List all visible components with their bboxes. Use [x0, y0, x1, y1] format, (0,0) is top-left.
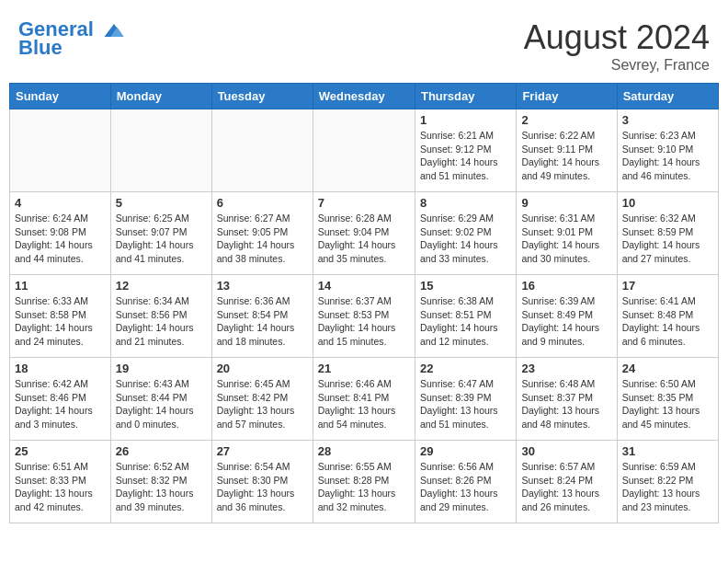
calendar-cell: 18Sunrise: 6:42 AM Sunset: 8:46 PM Dayli…: [10, 358, 111, 441]
day-info: Sunrise: 6:38 AM Sunset: 8:51 PM Dayligh…: [420, 294, 511, 349]
day-info: Sunrise: 6:42 AM Sunset: 8:46 PM Dayligh…: [15, 377, 106, 431]
day-number: 3: [622, 113, 713, 127]
calendar-cell: [211, 109, 313, 192]
calendar-cell: [10, 109, 111, 192]
day-info: Sunrise: 6:56 AM Sunset: 8:26 PM Dayligh…: [420, 460, 511, 514]
calendar-cell: 9Sunrise: 6:31 AM Sunset: 9:01 PM Daylig…: [517, 192, 617, 275]
day-number: 2: [521, 113, 611, 127]
calendar-cell: 21Sunrise: 6:46 AM Sunset: 8:41 PM Dayli…: [313, 358, 415, 441]
calendar-cell: 27Sunrise: 6:54 AM Sunset: 8:30 PM Dayli…: [211, 441, 313, 523]
calendar-cell: 20Sunrise: 6:45 AM Sunset: 8:42 PM Dayli…: [211, 358, 313, 441]
day-number: 15: [420, 279, 511, 293]
day-info: Sunrise: 6:41 AM Sunset: 8:48 PM Dayligh…: [622, 294, 713, 349]
dow-monday: Monday: [110, 84, 211, 109]
day-number: 21: [318, 362, 410, 375]
calendar-cell: 2Sunrise: 6:22 AM Sunset: 9:11 PM Daylig…: [517, 109, 617, 192]
calendar-body: 1Sunrise: 6:21 AM Sunset: 9:12 PM Daylig…: [10, 109, 719, 523]
dow-thursday: Thursday: [415, 84, 516, 109]
week-row-3: 18Sunrise: 6:42 AM Sunset: 8:46 PM Dayli…: [10, 358, 719, 441]
page-header: General Blue August 2024 Sevrey, France: [9, 9, 719, 78]
location: Sevrey, France: [524, 57, 710, 74]
day-info: Sunrise: 6:52 AM Sunset: 8:32 PM Dayligh…: [116, 460, 207, 514]
day-info: Sunrise: 6:48 AM Sunset: 8:37 PM Dayligh…: [521, 377, 611, 431]
day-number: 25: [15, 444, 106, 458]
calendar-cell: 12Sunrise: 6:34 AM Sunset: 8:56 PM Dayli…: [110, 275, 211, 358]
day-number: 27: [217, 444, 308, 458]
day-number: 10: [622, 196, 713, 210]
day-number: 30: [521, 444, 611, 458]
day-info: Sunrise: 6:31 AM Sunset: 9:01 PM Dayligh…: [521, 212, 611, 266]
calendar-cell: 13Sunrise: 6:36 AM Sunset: 8:54 PM Dayli…: [211, 275, 313, 358]
dow-sunday: Sunday: [10, 84, 111, 109]
calendar-cell: 8Sunrise: 6:29 AM Sunset: 9:02 PM Daylig…: [415, 192, 516, 275]
calendar-table: SundayMondayTuesdayWednesdayThursdayFrid…: [9, 83, 719, 523]
day-number: 28: [318, 444, 410, 458]
day-info: Sunrise: 6:23 AM Sunset: 9:10 PM Dayligh…: [622, 129, 713, 183]
day-info: Sunrise: 6:25 AM Sunset: 9:07 PM Dayligh…: [116, 212, 207, 266]
calendar-cell: 5Sunrise: 6:25 AM Sunset: 9:07 PM Daylig…: [110, 192, 211, 275]
day-info: Sunrise: 6:43 AM Sunset: 8:44 PM Dayligh…: [116, 377, 207, 431]
day-number: 12: [116, 279, 207, 293]
calendar-cell: 28Sunrise: 6:55 AM Sunset: 8:28 PM Dayli…: [313, 441, 415, 523]
day-number: 26: [116, 444, 207, 458]
dow-saturday: Saturday: [617, 84, 718, 109]
day-number: 18: [15, 362, 106, 375]
day-number: 24: [622, 362, 713, 375]
calendar-cell: 25Sunrise: 6:51 AM Sunset: 8:33 PM Dayli…: [10, 441, 111, 523]
day-info: Sunrise: 6:34 AM Sunset: 8:56 PM Dayligh…: [116, 294, 207, 349]
calendar-cell: 19Sunrise: 6:43 AM Sunset: 8:44 PM Dayli…: [110, 358, 211, 441]
day-of-week-header: SundayMondayTuesdayWednesdayThursdayFrid…: [10, 84, 719, 109]
day-number: 4: [15, 196, 106, 210]
day-info: Sunrise: 6:21 AM Sunset: 9:12 PM Dayligh…: [420, 129, 511, 183]
calendar-cell: 24Sunrise: 6:50 AM Sunset: 8:35 PM Dayli…: [617, 358, 718, 441]
day-number: 9: [521, 196, 611, 210]
calendar-cell: 3Sunrise: 6:23 AM Sunset: 9:10 PM Daylig…: [617, 109, 718, 192]
week-row-4: 25Sunrise: 6:51 AM Sunset: 8:33 PM Dayli…: [10, 441, 719, 523]
day-info: Sunrise: 6:47 AM Sunset: 8:39 PM Dayligh…: [420, 377, 511, 431]
day-info: Sunrise: 6:36 AM Sunset: 8:54 PM Dayligh…: [217, 294, 308, 349]
day-info: Sunrise: 6:55 AM Sunset: 8:28 PM Dayligh…: [318, 460, 410, 514]
day-number: 14: [318, 279, 410, 293]
day-number: 17: [622, 279, 713, 293]
day-number: 23: [521, 362, 611, 375]
day-info: Sunrise: 6:32 AM Sunset: 8:59 PM Dayligh…: [622, 212, 713, 266]
calendar-cell: 14Sunrise: 6:37 AM Sunset: 8:53 PM Dayli…: [313, 275, 415, 358]
calendar-cell: 16Sunrise: 6:39 AM Sunset: 8:49 PM Dayli…: [517, 275, 617, 358]
day-info: Sunrise: 6:54 AM Sunset: 8:30 PM Dayligh…: [217, 460, 308, 514]
calendar-cell: 11Sunrise: 6:33 AM Sunset: 8:58 PM Dayli…: [10, 275, 111, 358]
calendar-cell: 10Sunrise: 6:32 AM Sunset: 8:59 PM Dayli…: [617, 192, 718, 275]
title-block: August 2024 Sevrey, France: [524, 18, 710, 74]
day-info: Sunrise: 6:59 AM Sunset: 8:22 PM Dayligh…: [622, 460, 713, 514]
month-title: August 2024: [524, 18, 710, 57]
calendar-cell: 4Sunrise: 6:24 AM Sunset: 9:08 PM Daylig…: [10, 192, 111, 275]
calendar-cell: 26Sunrise: 6:52 AM Sunset: 8:32 PM Dayli…: [110, 441, 211, 523]
calendar-cell: 22Sunrise: 6:47 AM Sunset: 8:39 PM Dayli…: [415, 358, 516, 441]
dow-friday: Friday: [517, 84, 617, 109]
logo: General Blue: [18, 18, 127, 59]
calendar-cell: 15Sunrise: 6:38 AM Sunset: 8:51 PM Dayli…: [415, 275, 516, 358]
week-row-2: 11Sunrise: 6:33 AM Sunset: 8:58 PM Dayli…: [10, 275, 719, 358]
day-number: 31: [622, 444, 713, 458]
day-number: 6: [217, 196, 308, 210]
calendar-cell: 1Sunrise: 6:21 AM Sunset: 9:12 PM Daylig…: [415, 109, 516, 192]
day-info: Sunrise: 6:37 AM Sunset: 8:53 PM Dayligh…: [318, 294, 410, 349]
day-info: Sunrise: 6:45 AM Sunset: 8:42 PM Dayligh…: [217, 377, 308, 431]
calendar-cell: 31Sunrise: 6:59 AM Sunset: 8:22 PM Dayli…: [617, 441, 718, 523]
day-number: 11: [15, 279, 106, 293]
week-row-0: 1Sunrise: 6:21 AM Sunset: 9:12 PM Daylig…: [10, 109, 719, 192]
day-number: 1: [420, 113, 511, 127]
day-info: Sunrise: 6:24 AM Sunset: 9:08 PM Dayligh…: [15, 212, 106, 266]
calendar-cell: 23Sunrise: 6:48 AM Sunset: 8:37 PM Dayli…: [517, 358, 617, 441]
day-number: 22: [420, 362, 511, 375]
day-info: Sunrise: 6:33 AM Sunset: 8:58 PM Dayligh…: [15, 294, 106, 349]
week-row-1: 4Sunrise: 6:24 AM Sunset: 9:08 PM Daylig…: [10, 192, 719, 275]
day-number: 16: [521, 279, 611, 293]
calendar-cell: 6Sunrise: 6:27 AM Sunset: 9:05 PM Daylig…: [211, 192, 313, 275]
day-info: Sunrise: 6:29 AM Sunset: 9:02 PM Dayligh…: [420, 212, 511, 266]
calendar-cell: 30Sunrise: 6:57 AM Sunset: 8:24 PM Dayli…: [517, 441, 617, 523]
day-info: Sunrise: 6:50 AM Sunset: 8:35 PM Dayligh…: [622, 377, 713, 431]
day-number: 7: [318, 196, 410, 210]
calendar-cell: 7Sunrise: 6:28 AM Sunset: 9:04 PM Daylig…: [313, 192, 415, 275]
calendar-cell: 17Sunrise: 6:41 AM Sunset: 8:48 PM Dayli…: [617, 275, 718, 358]
day-info: Sunrise: 6:46 AM Sunset: 8:41 PM Dayligh…: [318, 377, 410, 431]
